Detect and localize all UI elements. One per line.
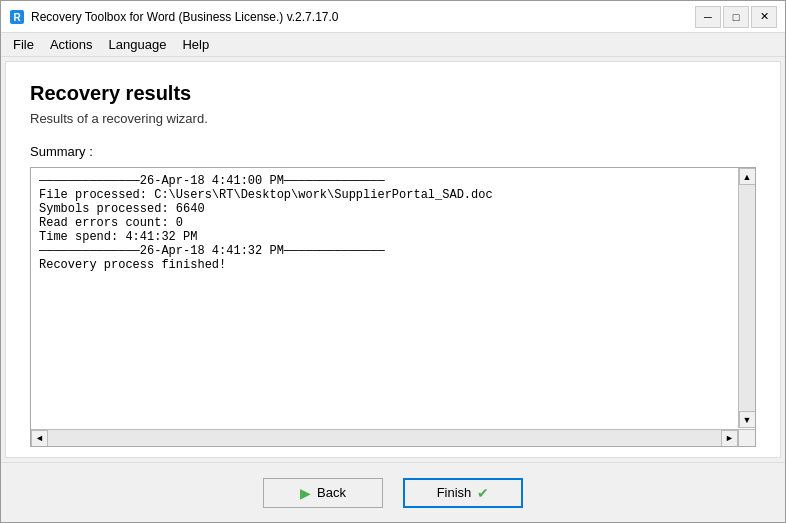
finish-button[interactable]: Finish ✔ [403,478,523,508]
scrollbar-corner [738,429,755,446]
content-area: Recovery results Results of a recovering… [5,61,781,458]
scroll-up-button[interactable]: ▲ [739,168,756,185]
window-controls: ─ □ ✕ [695,6,777,28]
page-title: Recovery results [30,82,756,105]
svg-text:R: R [13,12,21,23]
horizontal-scrollbar[interactable]: ◄ ► [31,429,738,446]
minimize-button[interactable]: ─ [695,6,721,28]
finish-label: Finish [437,485,472,500]
scroll-right-button[interactable]: ► [721,430,738,447]
summary-label: Summary : [30,144,756,159]
menu-language[interactable]: Language [101,35,175,54]
back-icon: ▶ [300,485,311,501]
app-icon: R [9,9,25,25]
finish-icon: ✔ [477,485,489,501]
main-window: R Recovery Toolbox for Word (Business Li… [0,0,786,523]
vertical-scrollbar[interactable]: ▲ ▼ [738,168,755,428]
scroll-left-button[interactable]: ◄ [31,430,48,447]
scroll-down-button[interactable]: ▼ [739,411,756,428]
log-content: ──────────────26-Apr-18 4:41:00 PM──────… [39,174,747,440]
footer: ▶ Back Finish ✔ [1,462,785,522]
menu-actions[interactable]: Actions [42,35,101,54]
menu-file[interactable]: File [5,35,42,54]
menu-bar: File Actions Language Help [1,33,785,57]
scroll-track-v [739,185,755,411]
title-bar: R Recovery Toolbox for Word (Business Li… [1,1,785,33]
back-label: Back [317,485,346,500]
maximize-button[interactable]: □ [723,6,749,28]
scroll-track-h [48,430,721,446]
window-title: Recovery Toolbox for Word (Business Lice… [31,10,695,24]
back-button[interactable]: ▶ Back [263,478,383,508]
log-box[interactable]: ──────────────26-Apr-18 4:41:00 PM──────… [30,167,756,447]
page-subtitle: Results of a recovering wizard. [30,111,756,126]
close-button[interactable]: ✕ [751,6,777,28]
menu-help[interactable]: Help [174,35,217,54]
